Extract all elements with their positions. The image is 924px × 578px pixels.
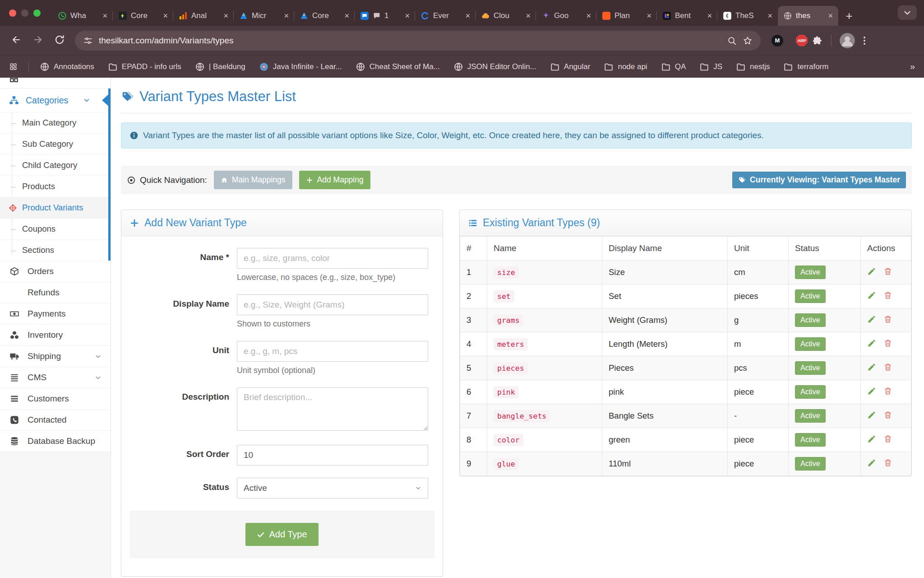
bookmark-item[interactable]: JSON Editor Onlin...: [453, 62, 536, 72]
close-window-button[interactable]: [9, 9, 16, 17]
abp-ext-extension-icon[interactable]: ABP: [796, 35, 808, 47]
sidebar-item-database-backup[interactable]: Database Backup: [0, 430, 111, 452]
browser-tab[interactable]: Core×: [113, 6, 173, 26]
address-bar[interactable]: thesilkart.com/admin/Variants/types: [75, 31, 761, 51]
sidebar-item-sub-category[interactable]: –Sub Category: [0, 133, 108, 154]
m-ext-extension-icon[interactable]: M: [772, 35, 783, 47]
bookmark-item[interactable]: node api: [604, 62, 647, 72]
browser-tab[interactable]: Anal×: [173, 6, 234, 26]
browser-tab[interactable]: Bent×: [657, 6, 717, 26]
sidebar-item-payments[interactable]: Payments: [0, 303, 111, 324]
bookmark-item[interactable]: EPADD - info urls: [108, 62, 181, 72]
browser-tab[interactable]: 1×: [355, 6, 415, 26]
browser-tab[interactable]: TheS×: [717, 6, 778, 26]
profile-avatar[interactable]: [840, 33, 855, 48]
sidebar-item-products[interactable]: –Products: [0, 176, 108, 197]
tab-close-icon[interactable]: ×: [645, 11, 653, 21]
sidebar-item-sections[interactable]: –Sections: [0, 239, 108, 261]
delete-trash-icon[interactable]: [883, 458, 892, 467]
browser-tab[interactable]: Clou×: [476, 6, 536, 26]
sidebar-item-orders[interactable]: Orders: [0, 261, 111, 282]
edit-pencil-icon[interactable]: [867, 410, 876, 420]
extensions-puzzle-icon[interactable]: [811, 35, 823, 47]
main-mappings-button[interactable]: Main Mappings: [214, 171, 292, 189]
edit-pencil-icon[interactable]: [867, 315, 876, 324]
maximize-window-button[interactable]: [33, 9, 41, 17]
edit-pencil-icon[interactable]: [867, 291, 876, 300]
sidebar-item-product-variants[interactable]: Product Variants: [0, 197, 108, 218]
bookmarks-overflow-chevron[interactable]: »: [910, 61, 915, 72]
name---input[interactable]: [237, 248, 428, 269]
unit-input[interactable]: [237, 341, 428, 362]
reload-button[interactable]: [51, 32, 69, 50]
tab-close-icon[interactable]: ×: [101, 11, 109, 21]
delete-trash-icon[interactable]: [883, 315, 892, 324]
new-tab-button[interactable]: +: [841, 8, 857, 24]
tab-close-icon[interactable]: ×: [584, 11, 593, 21]
browser-tab[interactable]: Plan×: [596, 6, 657, 26]
tab-close-icon[interactable]: ×: [403, 11, 411, 21]
browser-tab[interactable]: Ever×: [415, 6, 476, 26]
tab-close-icon[interactable]: ×: [524, 11, 532, 21]
forward-button[interactable]: [29, 32, 47, 50]
status-select[interactable]: Active: [237, 478, 428, 499]
edit-pencil-icon[interactable]: [867, 363, 876, 372]
sidebar-item-cms[interactable]: CMS: [0, 367, 111, 388]
bookmark-item[interactable]: nestjs: [736, 62, 770, 72]
browser-tab[interactable]: Core×: [294, 6, 355, 26]
tab-close-icon[interactable]: ×: [222, 11, 230, 21]
bookmark-item[interactable]: QA: [661, 62, 686, 72]
description-textarea[interactable]: [237, 387, 428, 431]
tab-close-icon[interactable]: ×: [342, 11, 351, 21]
tab-close-icon[interactable]: ×: [705, 11, 714, 21]
browser-tab[interactable]: Micr×: [234, 6, 294, 26]
delete-trash-icon[interactable]: [883, 434, 892, 443]
browser-tab[interactable]: thes×: [778, 6, 838, 26]
delete-trash-icon[interactable]: [883, 339, 892, 348]
bookmark-item[interactable]: Angular: [550, 62, 591, 72]
delete-trash-icon[interactable]: [883, 410, 892, 420]
sidebar-item-categories[interactable]: Categories: [0, 89, 108, 112]
edit-pencil-icon[interactable]: [867, 458, 876, 467]
edit-pencil-icon[interactable]: [867, 267, 876, 276]
add-mapping-button[interactable]: Add Mapping: [299, 171, 370, 189]
edit-pencil-icon[interactable]: [867, 387, 876, 396]
bookmark-item[interactable]: | Baeldung: [195, 62, 245, 72]
delete-trash-icon[interactable]: [883, 267, 892, 276]
partially-visible-sidebar-item[interactable]: [0, 78, 111, 89]
bookmark-item[interactable]: Cheat Sheet of Ma...: [356, 62, 440, 72]
delete-trash-icon[interactable]: [883, 363, 892, 372]
sidebar-item-child-category[interactable]: –Child Category: [0, 154, 108, 176]
edit-pencil-icon[interactable]: [867, 434, 876, 443]
delete-trash-icon[interactable]: [883, 291, 892, 300]
edit-pencil-icon[interactable]: [867, 339, 876, 348]
browser-tab[interactable]: Wha×: [52, 6, 113, 26]
sidebar-item-refunds[interactable]: Refunds: [0, 282, 111, 303]
browser-tab[interactable]: Goo×: [536, 6, 596, 26]
tab-close-icon[interactable]: ×: [161, 11, 170, 21]
bookmark-star-icon[interactable]: [743, 36, 753, 46]
sidebar-item-main-category[interactable]: –Main Category: [0, 112, 108, 133]
sidebar-item-customers[interactable]: Customers: [0, 388, 111, 409]
apps-grid-icon[interactable]: [9, 62, 18, 71]
add-type-button[interactable]: Add Type: [245, 523, 318, 546]
browser-menu-kebab-icon[interactable]: [859, 35, 870, 47]
bookmark-item[interactable]: Annotations: [40, 62, 94, 72]
sidebar-item-inventory[interactable]: Inventory: [0, 324, 111, 345]
minimize-window-button[interactable]: [21, 9, 28, 17]
sort-order-input[interactable]: [237, 445, 428, 466]
back-button[interactable]: [7, 32, 25, 50]
tab-close-icon[interactable]: ×: [766, 11, 774, 21]
sidebar-item-shipping[interactable]: Shipping: [0, 345, 111, 367]
bookmark-item[interactable]: terraform: [783, 62, 828, 72]
search-icon[interactable]: [727, 36, 737, 46]
tab-close-icon[interactable]: ×: [463, 11, 472, 21]
display-name-input[interactable]: [237, 294, 428, 315]
tab-close-icon[interactable]: ×: [282, 11, 291, 21]
tab-search-chevron-button[interactable]: [898, 5, 917, 20]
delete-trash-icon[interactable]: [883, 387, 892, 396]
site-info-icon[interactable]: [83, 36, 93, 46]
sidebar-item-contacted[interactable]: Contacted: [0, 409, 111, 430]
bookmark-item[interactable]: Java Infinite - Lear...: [259, 62, 342, 72]
tab-close-icon[interactable]: ×: [826, 11, 835, 21]
